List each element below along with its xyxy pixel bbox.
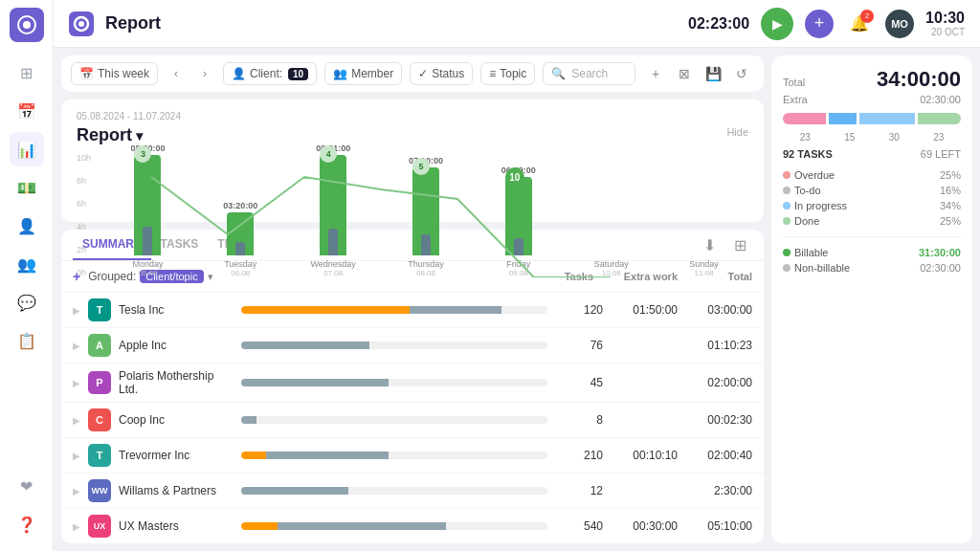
tasks-row: 92 TASKS 69 LEFT [783,148,961,160]
row-expand-arrow[interactable]: ▶ [73,341,80,351]
progress-bar-area [241,452,547,459]
y-axis: 10h 8h 6h 4h 2h 0h [77,153,91,277]
client-count: 10 [288,68,308,80]
sidebar-item-reports[interactable]: 📊 [10,132,44,166]
progress-bar-area [241,342,547,349]
date-range-label: This week [98,67,149,80]
avatar[interactable]: MO [885,10,914,38]
right-panel: Total 34:00:00 Extra 02:30:00 23 15 30 2… [771,55,972,543]
stat-overdue: Overdue 25% [783,167,961,183]
row-total: 01:10:23 [685,339,752,352]
chart-columns: 08:00:00 3 Monday 05.08 [103,143,748,277]
table-row: ▶ P Polaris Mothership Ltd. 45 02:00:00 [61,363,764,402]
edit-filter-button[interactable]: ⊠ [672,61,697,86]
row-extra: 00:30:00 [611,519,678,533]
search-placeholder: Search [571,67,608,80]
row-expand-arrow[interactable]: ▶ [73,415,80,426]
sidebar-item-favorites[interactable]: ❤ [10,469,44,503]
search-icon: 🔍 [551,67,566,80]
status-label: Status [432,67,464,80]
save-filter-button[interactable]: 💾 [701,61,725,86]
status-icon: ✓ [418,67,428,80]
client-filter[interactable]: 👤 Client: 10 [223,62,317,85]
row-expand-arrow[interactable]: ▶ [73,378,80,388]
chart-area: 10h 8h 6h 4h 2h 0h 08:00:00 [77,153,748,277]
row-tasks: 8 [555,413,603,427]
row-icon: T [88,444,111,467]
hide-button[interactable]: Hide [726,126,748,138]
row-icon: UX [88,515,111,538]
progress-gray [410,306,501,314]
row-icon: WW [88,479,111,502]
extra-label: Extra [783,94,808,105]
sidebar-item-billing[interactable]: 💵 [10,170,44,205]
progress-orange [241,452,266,459]
chart-col-tuesday: 03:20:00 Tuesday 06.08 [196,201,285,277]
progress-bar-area [241,306,547,314]
nonbillable-label: Non-billable [794,262,850,274]
notifications-button[interactable]: 🔔 2 [845,10,874,38]
billable-row: Billable 31:30:00 [783,245,961,260]
sidebar-item-help[interactable]: ❓ [10,507,44,541]
chart-col-wednesday: 08:01:00 4 Wednesday 07.08 [289,143,378,277]
progress-bar [241,342,547,349]
progress-bar [241,522,547,530]
add-filter-button[interactable]: + [643,61,668,86]
row-icon: C [88,408,111,431]
client-label: Client: [250,67,282,80]
app-icon [69,11,94,36]
member-icon: 👥 [333,67,347,80]
filter-bar: 📅 This week ‹ › 👤 Client: 10 👥 Member ✓ … [61,55,764,92]
progress-bar [241,416,547,424]
search-bar[interactable]: 🔍 Search [543,62,635,85]
chart-col-thursday: 07:10:00 5 Thursday 08.08 [382,156,471,277]
progress-bar [241,306,547,314]
client-icon: 👤 [232,67,246,80]
billable-value: 31:30:00 [919,247,961,258]
notification-badge: 2 [860,10,874,23]
filter-actions: + ⊠ 💾 ↺ [643,61,754,86]
date-range-filter[interactable]: 📅 This week [71,62,158,85]
row-total: 05:10:00 [685,519,752,533]
bar-labels: 23 15 30 23 [783,132,961,143]
sidebar-item-calendar[interactable]: 📅 [10,94,44,128]
row-expand-arrow[interactable]: ▶ [73,305,80,316]
progress-gray [266,452,389,459]
sidebar-item-messages[interactable]: 💬 [10,285,44,320]
row-name: Apple Inc [119,339,234,352]
sidebar-item-tasks[interactable]: 📋 [10,323,44,358]
svg-point-1 [23,21,31,29]
member-filter[interactable]: 👥 Member [324,62,402,85]
row-tasks: 76 [555,339,603,352]
row-expand-arrow[interactable]: ▶ [73,451,80,461]
row-expand-arrow[interactable]: ▶ [73,521,80,532]
play-button[interactable]: ▶ [761,8,793,40]
billable-label: Billable [794,247,828,258]
stat-done: Done 25% [783,213,961,229]
topic-icon: ≡ [489,67,496,80]
row-total: 03:00:00 [685,303,752,317]
extra-value: 02:30:00 [920,94,961,105]
status-filter[interactable]: ✓ Status [410,62,473,85]
sidebar-item-team[interactable]: 👥 [10,247,44,281]
sidebar-item-dashboard[interactable]: ⊞ [10,55,44,90]
row-icon: A [88,334,111,357]
table-row: ▶ UX UX Masters 540 00:30:00 05:10:00 [61,508,764,543]
topic-label: Topic [500,67,526,80]
refresh-button[interactable]: ↺ [729,61,754,86]
progress-bar [241,452,547,459]
clock-time: 10:30 [925,10,965,27]
next-week-button[interactable]: › [194,63,215,84]
chart-col-saturday: Saturday 10.08 [567,252,656,277]
prev-week-button[interactable]: ‹ [166,63,187,84]
bar-done [918,113,961,124]
topic-filter[interactable]: ≡ Topic [480,62,535,85]
bar-inprogress [859,113,915,124]
row-expand-arrow[interactable]: ▶ [73,486,80,496]
add-button[interactable]: + [805,10,834,38]
main-content: Report 02:23:00 ▶ + 🔔 2 MO 10:30 20 OCT … [54,0,980,551]
progress-bar [241,379,547,386]
todo-dot [783,187,791,194]
sidebar-item-clients[interactable]: 👤 [10,209,44,243]
row-tasks: 45 [555,376,603,389]
